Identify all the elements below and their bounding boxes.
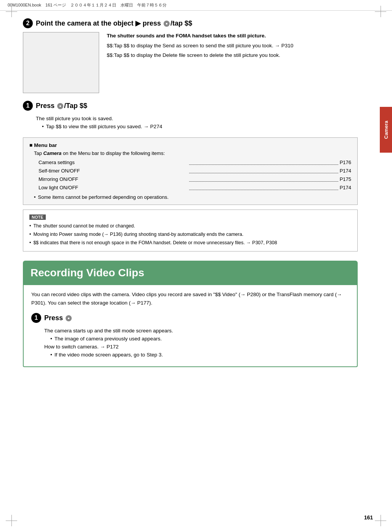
- step1-circle: 1: [23, 101, 33, 111]
- menu-bar-intro: Tap Camera on the Menu bar to display th…: [34, 150, 351, 156]
- step2-description: The shutter sounds and the FOMA handset …: [107, 32, 358, 93]
- crosshair-top-left: [6, 6, 17, 17]
- recording-press-icon: ●: [66, 315, 72, 321]
- menu-bar-section: Menu bar Tap Camera on the Menu bar to d…: [23, 137, 358, 205]
- menu-bar-title: Menu bar: [29, 142, 351, 148]
- note-item-1: Moving into Power saving mode (→ P136) d…: [29, 231, 351, 238]
- crosshair-top-right: [375, 6, 386, 17]
- recording-step1-line1: The camera starts up and the still mode …: [44, 327, 349, 335]
- camera-image-placeholder: [23, 32, 99, 93]
- menu-items-list: Camera settings P176 Self-timer ON/OFF P…: [29, 158, 351, 192]
- menu-bar-camera-italic: Camera: [43, 150, 62, 156]
- recording-step1-heading-text: Press ●: [44, 314, 72, 322]
- note-item-2: $$ indicates that there is not enough sp…: [29, 239, 351, 247]
- menu-item-3: Low light ON/OFF P174: [39, 184, 351, 192]
- recording-intro: You can record video clips with the came…: [31, 290, 349, 307]
- note-title: NOTE: [29, 214, 46, 220]
- press-icon: ●: [57, 103, 63, 109]
- sidebar-camera-label: Camera: [380, 107, 392, 153]
- recording-step1-bullet1: The image of camera previously used appe…: [50, 335, 349, 343]
- step1-heading-text: Press ●/Tap $$: [36, 102, 87, 110]
- recording-title: Recording Video Clips: [31, 267, 350, 279]
- recording-step1-heading: 1 Press ●: [31, 313, 349, 323]
- recording-step1-circle: 1: [31, 313, 41, 323]
- page-container: 00M1000EN.book 161 ページ ２００４年１１月２４日 水曜日 午…: [0, 0, 392, 532]
- header-text: 00M1000EN.book 161 ページ ２００４年１１月２４日 水曜日 午…: [8, 2, 167, 8]
- note-item-0: The shutter sound cannot be muted or cha…: [29, 222, 351, 230]
- step2-bold-text: The shutter sounds and the FOMA handset …: [107, 32, 358, 40]
- recording-section-body: You can record video clips with the came…: [23, 285, 358, 367]
- step2-heading-text: Point the camera at the object ▶ press ●…: [36, 19, 192, 27]
- step1-section: 1 Press ●/Tap $$ The still picture you t…: [23, 101, 358, 131]
- step2-circle: 2: [23, 18, 33, 28]
- recording-video-clips-section: Recording Video Clips You can record vid…: [23, 261, 358, 367]
- recording-step1-line2: How to switch cameras. → P172: [44, 343, 349, 351]
- step2-line2: $$:Tap $$ to display the Delete file scr…: [107, 52, 358, 59]
- note-section: NOTE The shutter sound cannot be muted o…: [23, 210, 358, 251]
- page-number: 161: [364, 514, 373, 521]
- crosshair-bottom-right: [375, 515, 386, 526]
- camera-icon: ●: [164, 21, 170, 27]
- recording-section-header: Recording Video Clips: [23, 261, 358, 285]
- main-content: 2 Point the camera at the object ▶ press…: [0, 11, 377, 382]
- step2-heading: 2 Point the camera at the object ▶ press…: [23, 18, 358, 28]
- crosshair-bottom-left: [6, 515, 17, 526]
- header-bar: 00M1000EN.book 161 ページ ２００４年１１月２４日 水曜日 午…: [0, 0, 392, 11]
- step1-line1: The still picture you took is saved.: [36, 114, 358, 123]
- recording-step1-bullet2: If the video mode screen appears, go to …: [50, 351, 349, 359]
- step1-bullet1: Tap $$ to view the still pictures you sa…: [42, 123, 358, 131]
- step2-line1: $$:Tap $$ to display the Send as screen …: [107, 42, 358, 50]
- step2-content: The shutter sounds and the FOMA handset …: [23, 32, 358, 93]
- step1-heading: 1 Press ●/Tap $$: [23, 101, 358, 111]
- menu-note: Some items cannot be performed depending…: [34, 194, 351, 200]
